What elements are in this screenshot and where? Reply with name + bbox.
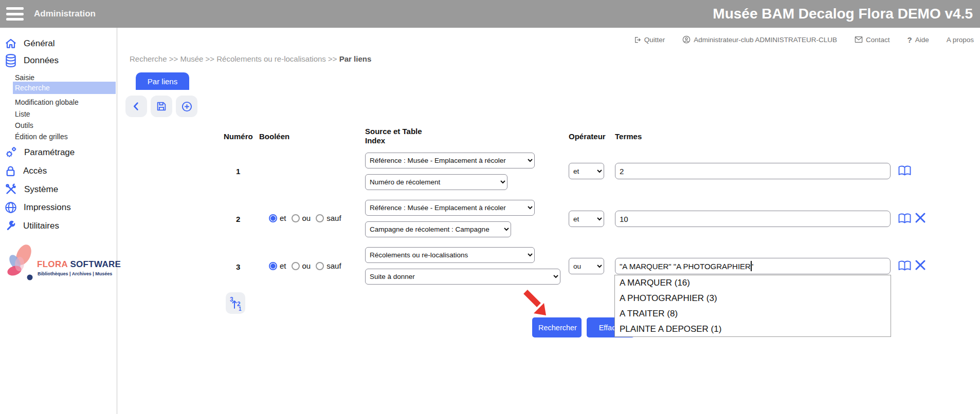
page: Administration Musée BAM Decalog Flora D… bbox=[0, 0, 980, 414]
row2-index-select[interactable]: Campagne de récolement : Campagne bbox=[365, 221, 511, 237]
row3-radio-ou[interactable]: ou bbox=[292, 261, 311, 270]
add-criterion-button[interactable] bbox=[176, 96, 197, 117]
col-header-booleen: Booléen bbox=[259, 132, 289, 141]
row3-source-select[interactable]: Récolements ou re-localisations bbox=[365, 247, 535, 263]
reorder-icon: 3 2 1 bbox=[228, 295, 243, 311]
row2-boolean-radios: et ou sauf bbox=[269, 214, 341, 222]
row3-index-lookup-button[interactable] bbox=[898, 260, 912, 273]
flora-logo-flower bbox=[4, 241, 36, 281]
plus-circle-icon bbox=[181, 101, 193, 112]
sidebar-item-modification-globale[interactable]: Modification globale bbox=[13, 96, 116, 108]
database-icon bbox=[4, 53, 17, 68]
sidebar-item-recherche[interactable]: Recherche bbox=[13, 82, 116, 94]
row1-operator-select[interactable]: et bbox=[569, 163, 604, 179]
row3-terms-wrapper bbox=[615, 258, 891, 274]
aide-link[interactable]: ? Aide bbox=[908, 35, 929, 44]
breadcrumb-current: Par liens bbox=[339, 54, 372, 63]
terms-suggestion-panel: A MARQUER (16) A PHOTOGRAPHIER (3) A TRA… bbox=[614, 275, 891, 337]
row1-number: 1 bbox=[236, 167, 240, 176]
col-header-operateur: Opérateur bbox=[569, 132, 606, 141]
breadcrumb: Recherche >> Musée >> Récolements ou re-… bbox=[130, 54, 371, 63]
row3-operator-select[interactable]: ou bbox=[569, 258, 604, 274]
wrench-icon bbox=[4, 219, 17, 232]
row2-delete-button[interactable] bbox=[914, 212, 927, 225]
flora-logo-tagline: Bibliothèques | Archives | Musées bbox=[38, 271, 112, 276]
user-icon bbox=[682, 35, 691, 44]
svg-text:1: 1 bbox=[239, 306, 242, 311]
row3-terms-input[interactable] bbox=[615, 258, 891, 274]
suggestion-item[interactable]: A PHOTOGRAPHIER (3) bbox=[615, 291, 891, 306]
quitter-link[interactable]: Quitter bbox=[633, 36, 665, 44]
text-caret bbox=[751, 261, 752, 271]
question-icon: ? bbox=[908, 35, 912, 44]
flora-logo-text: FLORA SOFTWARE bbox=[37, 259, 121, 270]
sidebar-item-liste[interactable]: Liste bbox=[13, 108, 116, 120]
row2-index-lookup-button[interactable] bbox=[898, 213, 912, 226]
open-book-icon bbox=[898, 260, 912, 272]
row3-radio-sauf[interactable]: sauf bbox=[316, 261, 341, 270]
red-annotation-arrow bbox=[519, 289, 555, 322]
globe-icon bbox=[4, 201, 17, 214]
sidebar-item-utilitaires[interactable]: Utilitaires bbox=[4, 219, 59, 232]
sidebar-item-edition-de-grilles[interactable]: Édition de grilles bbox=[13, 130, 116, 143]
sidebar-item-outils[interactable]: Outils bbox=[13, 119, 116, 131]
row1-source-select[interactable]: Référence : Musée - Emplacement à récole… bbox=[365, 153, 535, 168]
sidebar-item-general[interactable]: Général bbox=[4, 37, 55, 50]
logout-icon bbox=[633, 36, 641, 44]
contact-link[interactable]: Contact bbox=[855, 36, 890, 44]
sidebar-item-donnees[interactable]: Données bbox=[4, 53, 59, 68]
col-header-index: Index bbox=[365, 136, 385, 145]
home-icon bbox=[4, 37, 17, 50]
x-icon bbox=[914, 259, 927, 271]
app-title: Musée BAM Decalog Flora DEMO v4.5 bbox=[713, 0, 973, 28]
row2-radio-sauf[interactable]: sauf bbox=[316, 214, 341, 222]
row3-boolean-radios: et ou sauf bbox=[269, 261, 341, 270]
row3-delete-button[interactable] bbox=[914, 259, 927, 273]
row2-terms-input[interactable] bbox=[615, 211, 891, 227]
sidebar-item-impressions[interactable]: Impressions bbox=[4, 201, 71, 214]
tools-icon bbox=[4, 182, 18, 196]
row1-terms-input[interactable] bbox=[615, 163, 891, 179]
tab-par-liens[interactable]: Par liens bbox=[136, 72, 189, 90]
hamburger-menu-icon[interactable] bbox=[6, 7, 24, 21]
sidebar-item-acces[interactable]: Accès bbox=[4, 164, 47, 178]
row2-radio-et[interactable]: et bbox=[269, 214, 286, 222]
open-book-icon bbox=[898, 165, 912, 177]
row1-index-lookup-button[interactable] bbox=[898, 165, 912, 178]
x-icon bbox=[914, 212, 927, 224]
app-section-label: Administration bbox=[34, 0, 96, 28]
row2-radio-ou[interactable]: ou bbox=[292, 214, 311, 222]
row3-index-select[interactable]: Suite à donner bbox=[365, 269, 560, 285]
sidebar-item-systeme[interactable]: Système bbox=[4, 182, 58, 196]
gears-icon bbox=[4, 145, 18, 159]
top-links-row: Quitter Administrateur-club ADMINISTRATE… bbox=[117, 33, 974, 46]
col-header-termes: Termes bbox=[615, 132, 642, 141]
suggestion-item[interactable]: A MARQUER (16) bbox=[615, 275, 891, 291]
sidebar-divider bbox=[117, 28, 117, 414]
reorder-criteria-button[interactable]: 3 2 1 bbox=[226, 292, 245, 314]
lock-icon bbox=[4, 164, 17, 178]
suggestion-item[interactable]: PLAINTE A DEPOSER (1) bbox=[615, 322, 891, 337]
row3-radio-et[interactable]: et bbox=[269, 261, 286, 270]
open-book-icon bbox=[898, 213, 912, 224]
apropos-link[interactable]: A propos bbox=[947, 36, 974, 44]
row2-source-select[interactable]: Référence : Musée - Emplacement à récole… bbox=[365, 200, 535, 216]
row2-operator-select[interactable]: et bbox=[569, 211, 604, 227]
envelope-icon bbox=[855, 36, 863, 43]
col-header-source-table: Source et Table bbox=[365, 127, 422, 136]
row1-index-select[interactable]: Numéro de récolement bbox=[365, 174, 507, 190]
save-icon bbox=[156, 101, 167, 112]
save-button[interactable] bbox=[151, 96, 172, 117]
sidebar-item-parametrage[interactable]: Paramétrage bbox=[4, 145, 75, 159]
row2-number: 2 bbox=[236, 215, 240, 223]
col-header-numero: Numéro bbox=[224, 132, 253, 141]
suggestion-item[interactable]: A TRAITER (8) bbox=[615, 306, 891, 322]
user-account-link[interactable]: Administrateur-club ADMINISTRATEUR-CLUB bbox=[682, 35, 837, 44]
row3-number: 3 bbox=[236, 262, 240, 271]
back-button[interactable] bbox=[125, 96, 147, 117]
chevron-left-icon bbox=[131, 101, 142, 112]
